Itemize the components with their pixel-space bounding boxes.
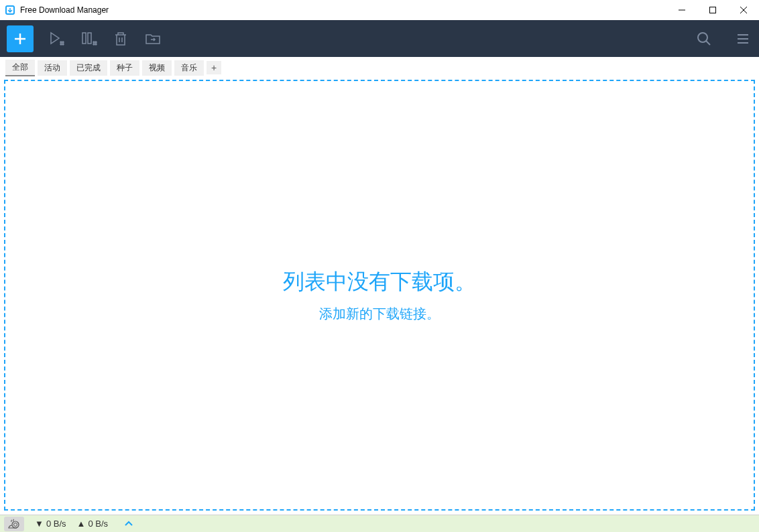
start-all-button[interactable] [47,29,66,48]
tab-all[interactable]: 全部 [5,60,35,76]
menu-button[interactable] [734,29,752,48]
svg-point-16 [95,44,97,45]
add-download-button[interactable] [7,25,34,52]
main-toolbar [0,20,759,57]
speed-limit-button[interactable] [4,517,24,531]
svg-point-22 [12,521,19,528]
svg-point-17 [698,33,707,42]
upload-speed[interactable]: ▲ 0 B/s [77,519,109,529]
tab-music[interactable]: 音乐 [174,60,204,76]
download-arrow-icon: ▼ [35,519,44,529]
download-speed-value: 0 B/s [46,519,66,529]
svg-point-13 [93,42,95,43]
pause-all-button[interactable] [79,29,98,48]
svg-point-7 [60,42,62,43]
add-filter-tab-button[interactable]: + [207,61,221,74]
move-to-folder-button[interactable] [143,29,162,48]
upload-speed-value: 0 B/s [88,519,108,529]
svg-point-9 [60,44,62,45]
svg-point-10 [62,44,64,45]
svg-rect-12 [88,33,91,44]
empty-state-title: 列表中没有下载项。 [283,267,476,297]
svg-rect-2 [710,7,716,13]
close-button[interactable] [728,0,759,20]
add-new-download-link[interactable]: 添加新的下载链接。 [319,305,440,323]
content-area: 列表中没有下载项。 添加新的下载链接。 [0,76,759,515]
tab-completed[interactable]: 已完成 [70,60,107,76]
minimize-button[interactable] [666,0,697,20]
expand-status-button[interactable] [124,519,133,529]
window-title: Free Download Manager [20,5,666,15]
tab-active[interactable]: 活动 [38,60,67,76]
download-speed[interactable]: ▼ 0 B/s [35,519,66,529]
window-controls [666,0,759,20]
svg-line-18 [706,41,710,45]
delete-button[interactable] [111,29,130,48]
maximize-button[interactable] [697,0,728,20]
svg-point-23 [14,523,17,526]
svg-rect-11 [82,33,86,44]
svg-point-8 [62,42,64,43]
upload-arrow-icon: ▲ [77,519,86,529]
app-icon [4,4,16,16]
tab-torrents[interactable]: 种子 [110,60,139,76]
filter-bar: 全部 活动 已完成 种子 视频 音乐 + [0,57,759,76]
status-bar: ▼ 0 B/s ▲ 0 B/s [0,515,759,532]
tab-video[interactable]: 视频 [142,60,172,76]
svg-point-15 [93,44,95,45]
title-bar: Free Download Manager [0,0,759,20]
svg-point-14 [95,42,97,43]
drop-zone[interactable]: 列表中没有下载项。 添加新的下载链接。 [4,80,755,511]
search-button[interactable] [695,29,713,48]
